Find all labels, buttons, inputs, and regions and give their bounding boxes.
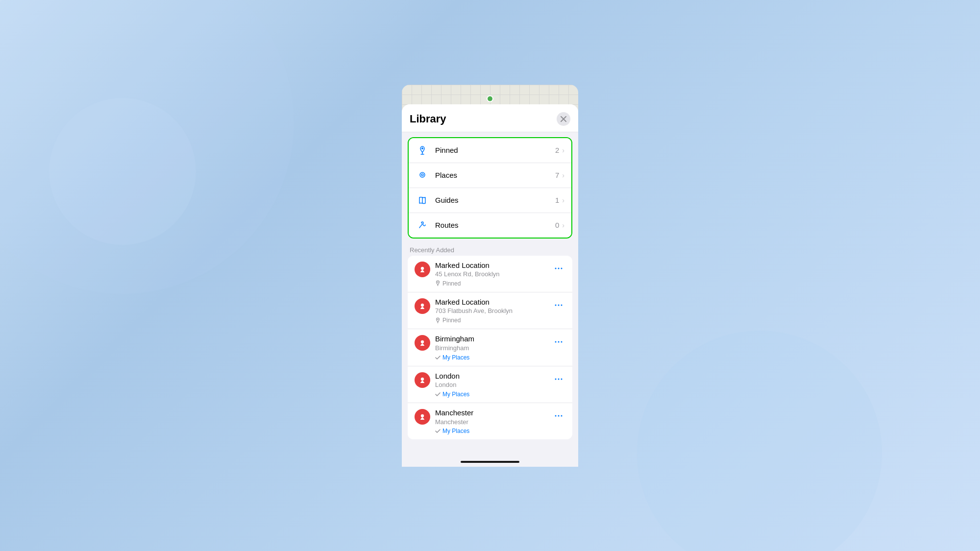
items-list: Marked Location 45 Lenox Rd, Brooklyn Pi… (408, 256, 572, 440)
guides-label: Guides (435, 196, 555, 204)
location-marker-icon (415, 409, 430, 425)
scroll-area[interactable]: Pinned 2 › Places 7 › (402, 132, 578, 467)
item-content: Birmingham Birmingham My Places (435, 334, 550, 360)
myplaces-tag-text: My Places (442, 428, 469, 434)
ellipsis-icon (555, 378, 563, 380)
category-routes[interactable]: Routes 0 › (409, 213, 571, 238)
more-options-button[interactable] (552, 298, 565, 312)
svg-point-22 (555, 341, 557, 343)
svg-point-33 (558, 415, 560, 417)
list-item: Birmingham Birmingham My Places (408, 329, 572, 366)
svg-point-34 (561, 415, 563, 417)
item-title: Birmingham (435, 334, 550, 344)
svg-point-3 (420, 172, 425, 177)
ellipsis-icon (555, 415, 563, 417)
more-options-button[interactable] (552, 262, 565, 275)
svg-point-4 (421, 174, 423, 176)
item-content: Marked Location 45 Lenox Rd, Brooklyn Pi… (435, 261, 550, 287)
checkmark-icon (435, 392, 441, 397)
ellipsis-icon (555, 341, 563, 343)
svg-point-28 (558, 378, 560, 380)
pin-tag-icon (435, 280, 441, 287)
places-count: 7 (555, 171, 559, 179)
panel-header: Library (402, 104, 578, 132)
places-label: Places (435, 171, 555, 179)
svg-point-24 (561, 341, 563, 343)
category-places[interactable]: Places 7 › (409, 163, 571, 188)
ellipsis-icon (555, 267, 563, 269)
svg-point-8 (437, 282, 438, 283)
category-guides[interactable]: Guides 1 › (409, 188, 571, 213)
checkmark-icon (435, 429, 441, 433)
list-item: Manchester Manchester My Places (408, 403, 572, 439)
svg-point-15 (437, 319, 438, 320)
item-subtitle: London (435, 381, 550, 389)
ellipsis-icon (555, 304, 563, 306)
item-content: Marked Location 703 Flatbush Ave, Brookl… (435, 297, 550, 324)
close-button[interactable] (557, 112, 570, 126)
pinned-count: 2 (555, 146, 559, 154)
location-marker-icon (415, 298, 430, 314)
item-subtitle: 703 Flatbush Ave, Brooklyn (435, 307, 550, 315)
svg-point-10 (555, 267, 557, 269)
recently-added-header: Recently Added (402, 242, 578, 256)
list-item: Marked Location 45 Lenox Rd, Brooklyn Pi… (408, 256, 572, 292)
more-options-button[interactable] (552, 372, 565, 386)
routes-count: 0 (555, 221, 559, 229)
item-title: London (435, 371, 550, 381)
categories-section: Pinned 2 › Places 7 › (408, 137, 572, 239)
routes-icon (416, 218, 429, 232)
svg-point-21 (421, 340, 424, 343)
svg-point-32 (555, 415, 557, 417)
home-indicator (461, 461, 519, 463)
svg-point-14 (421, 304, 424, 307)
pinned-tag-text: Pinned (442, 280, 461, 287)
svg-point-19 (561, 304, 563, 306)
svg-point-26 (421, 378, 424, 381)
item-subtitle: Manchester (435, 418, 550, 427)
svg-point-31 (421, 414, 424, 417)
pinned-label: Pinned (435, 146, 555, 154)
guides-count: 1 (555, 196, 559, 204)
item-subtitle: 45 Lenox Rd, Brooklyn (435, 270, 550, 279)
item-tag: Pinned (435, 280, 550, 287)
pinned-tag-text: Pinned (442, 317, 461, 324)
svg-point-11 (558, 267, 560, 269)
svg-point-23 (558, 341, 560, 343)
guides-chevron: › (562, 196, 564, 204)
close-icon (561, 116, 566, 122)
pin-tag-icon (435, 317, 441, 324)
item-tag: Pinned (435, 317, 550, 324)
svg-point-12 (561, 267, 563, 269)
item-tag: My Places (435, 354, 550, 361)
more-options-button[interactable] (552, 409, 565, 423)
item-title: Marked Location (435, 297, 550, 307)
places-icon (416, 168, 429, 182)
myplaces-tag-text: My Places (442, 354, 469, 361)
pin-icon (416, 144, 429, 157)
svg-point-18 (558, 304, 560, 306)
routes-chevron: › (562, 221, 564, 229)
places-chevron: › (562, 171, 564, 179)
location-marker-icon (415, 335, 430, 351)
svg-point-7 (421, 267, 424, 270)
list-item: Marked Location 703 Flatbush Ave, Brookl… (408, 292, 572, 329)
phone-container: Library (402, 85, 578, 467)
location-marker-icon (415, 262, 430, 277)
svg-point-29 (561, 378, 563, 380)
more-options-button[interactable] (552, 335, 565, 349)
category-pinned[interactable]: Pinned 2 › (409, 138, 571, 163)
item-content: Manchester Manchester My Places (435, 408, 550, 434)
list-item: London London My Places (408, 366, 572, 403)
library-panel: Library (402, 104, 578, 467)
item-subtitle: Birmingham (435, 344, 550, 353)
pinned-chevron: › (562, 146, 564, 154)
svg-point-17 (555, 304, 557, 306)
item-title: Marked Location (435, 261, 550, 270)
item-tag: My Places (435, 428, 550, 434)
guides-icon (416, 193, 429, 207)
svg-point-0 (421, 147, 423, 149)
routes-label: Routes (435, 221, 555, 229)
item-title: Manchester (435, 408, 550, 418)
panel-title: Library (410, 113, 446, 125)
